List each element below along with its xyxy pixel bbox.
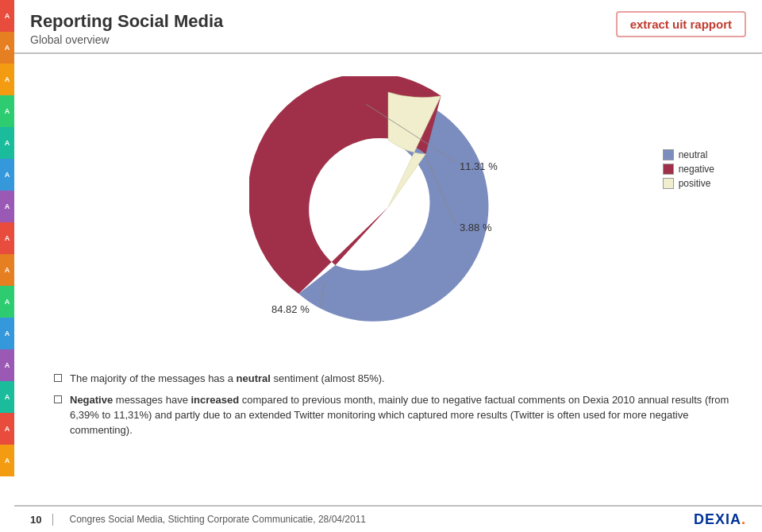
bullet-square-2 <box>54 395 62 403</box>
legend-item-positive: positive <box>663 178 714 189</box>
legend-item-negative: negative <box>663 164 714 175</box>
dexia-logo-text: DEXIA. <box>694 511 746 528</box>
sidebar-tab[interactable]: A <box>0 318 14 349</box>
bullet-square-1 <box>54 374 62 382</box>
legend-label-neutral: neutral <box>679 149 708 160</box>
legend-item-neutral: neutral <box>663 149 714 160</box>
legend-color-neutral <box>663 149 674 160</box>
chart-legend: neutralnegativepositive <box>663 149 714 192</box>
footer: 10 Congres Social Media, Stichting Corpo… <box>14 505 762 532</box>
pct-positive-label: 3.88 % <box>460 222 492 233</box>
header-titles: Reporting Social Media Global overview <box>30 11 223 46</box>
main-content: Reporting Social Media Global overview e… <box>14 0 762 532</box>
sidebar-tab[interactable]: A <box>0 413 14 445</box>
sidebar-tab[interactable]: A <box>0 381 14 413</box>
footer-text: Congres Social Media, Stichting Corporat… <box>69 514 694 525</box>
sidebar-tab[interactable]: A <box>0 159 14 191</box>
chart-area: 11.31 % 3.88 % 84.82 % neutralnegativepo… <box>14 54 762 364</box>
pct-neutral-label: 84.82 % <box>271 303 310 315</box>
legend-color-positive <box>663 178 674 189</box>
page-title: Reporting Social Media <box>30 11 223 32</box>
sidebar-tab[interactable]: A <box>0 191 14 222</box>
donut-chart: 11.31 % 3.88 % 84.82 % <box>249 76 551 341</box>
pct-negative-label: 11.31 % <box>460 160 498 172</box>
dexia-logo: DEXIA. <box>694 511 746 528</box>
legend-label-negative: negative <box>679 164 714 175</box>
bullet-item-1: The majority of the messages has a neutr… <box>54 372 730 387</box>
extract-badge: extract uit rapport <box>616 11 746 37</box>
bullets-section: The majority of the messages has a neutr… <box>14 364 762 452</box>
bullet-item-2: Negative messages have increased compare… <box>54 393 730 438</box>
legend-color-negative <box>663 164 674 175</box>
sidebar-tab[interactable]: A <box>0 127 14 159</box>
sidebar-tab[interactable]: A <box>0 64 14 95</box>
header: Reporting Social Media Global overview e… <box>14 0 762 54</box>
sidebar-tab[interactable]: A <box>0 445 14 476</box>
bullet-text-2: Negative messages have increased compare… <box>70 393 730 438</box>
footer-page-number: 10 <box>30 514 53 526</box>
sidebar-tab[interactable]: A <box>0 32 14 64</box>
legend-label-positive: positive <box>679 178 711 189</box>
sidebar: AAAAAAAAAAAAAAA <box>0 0 14 532</box>
sidebar-tab[interactable]: A <box>0 349 14 381</box>
sidebar-tab[interactable]: A <box>0 95 14 127</box>
sidebar-tab[interactable]: A <box>0 222 14 254</box>
page-subtitle: Global overview <box>30 33 223 46</box>
sidebar-tab[interactable]: A <box>0 286 14 318</box>
sidebar-tab[interactable]: A <box>0 0 14 32</box>
sidebar-tab[interactable]: A <box>0 254 14 286</box>
bullet-text-1: The majority of the messages has a neutr… <box>70 372 385 387</box>
